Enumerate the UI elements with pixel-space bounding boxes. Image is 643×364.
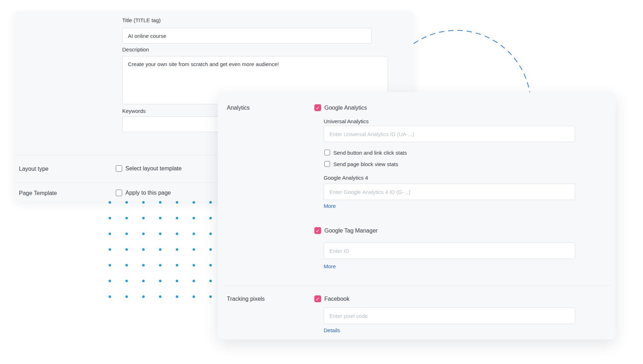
decorative-dot — [209, 248, 212, 251]
decorative-dot — [159, 217, 161, 219]
decorative-dot — [193, 248, 195, 251]
decorative-dot — [176, 217, 178, 219]
facebook-pixel-checkbox[interactable]: ✓ — [314, 295, 321, 302]
decorative-dot — [125, 201, 128, 204]
decorative-dot — [142, 280, 145, 282]
decorative-dot — [159, 233, 161, 235]
decorative-dot — [159, 280, 161, 282]
send-click-stats-checkbox[interactable]: ✓ — [324, 150, 330, 155]
check-icon: ✓ — [316, 228, 320, 233]
google-tag-manager-label: Google Tag Manager — [324, 227, 378, 234]
tracking-pixels-section-label: Tracking pixels — [227, 295, 265, 303]
page-template-label: Page Template — [19, 190, 57, 197]
decorative-dot — [142, 248, 145, 251]
google-analytics-4-input[interactable] — [324, 184, 575, 200]
decorative-dot — [176, 295, 178, 298]
decorative-dot — [209, 217, 212, 219]
decorative-dot — [193, 201, 195, 204]
google-analytics-checkbox[interactable]: ✓ — [314, 104, 321, 111]
decorative-dot — [209, 233, 212, 235]
decorative-dot — [176, 201, 178, 204]
analytics-section-label: Analytics — [227, 104, 250, 111]
facebook-pixel-details-link[interactable]: Details — [324, 327, 340, 334]
google-analytics-label: Google Analytics — [324, 104, 367, 111]
decorative-dot — [109, 201, 111, 204]
apply-to-this-page-checkbox[interactable]: ✓ — [116, 190, 122, 196]
universal-analytics-input[interactable] — [324, 126, 575, 142]
decorative-dot — [176, 248, 178, 251]
decorative-dot — [125, 264, 128, 266]
description-label: Description — [122, 46, 149, 53]
decorative-dot — [193, 217, 195, 219]
decorative-dot — [109, 264, 111, 266]
decorative-dot — [176, 233, 178, 235]
google-analytics-4-label: Google Analytics 4 — [324, 174, 368, 181]
decorative-dot — [193, 295, 195, 298]
facebook-pixel-label: Facebook — [324, 295, 349, 303]
title-input[interactable] — [122, 28, 372, 44]
decorative-dot — [109, 233, 111, 235]
decorative-dot — [209, 201, 212, 204]
decorative-dot — [109, 280, 111, 282]
decorative-dot — [159, 248, 161, 251]
decorative-dot — [193, 264, 195, 266]
decorative-dot — [159, 201, 161, 204]
send-view-stats-checkbox[interactable]: ✓ — [324, 161, 330, 167]
check-icon: ✓ — [316, 105, 320, 110]
analytics-settings-card: Analytics ✓ Google Analytics Universal A… — [218, 92, 615, 339]
google-tag-manager-more-link[interactable]: More — [324, 263, 336, 270]
select-layout-template-label: Select layout template — [125, 165, 181, 172]
google-tag-manager-input[interactable] — [324, 243, 575, 259]
send-click-stats-label: Send button and link click stats — [333, 149, 407, 156]
decorative-dot — [142, 295, 145, 298]
send-view-stats-label: Send page block view stats — [333, 161, 398, 168]
decorative-dot — [109, 248, 111, 251]
decorative-dot — [125, 217, 128, 219]
google-analytics-more-link[interactable]: More — [324, 203, 336, 209]
decorative-dot — [109, 217, 111, 219]
title-label: Title (TITLE tag) — [122, 17, 161, 24]
decorative-dot — [142, 264, 145, 266]
decorative-dot — [159, 295, 161, 298]
decorative-dot — [176, 264, 178, 266]
apply-to-this-page-label: Apply to this page — [125, 189, 171, 196]
decorative-dot — [142, 201, 145, 204]
decorative-dot — [193, 280, 195, 282]
check-icon: ✓ — [316, 296, 320, 301]
decorative-dot — [176, 280, 178, 282]
decorative-dot — [125, 280, 128, 282]
decorative-dot — [159, 264, 161, 266]
decorative-dot — [125, 233, 128, 235]
decorative-dot — [142, 217, 145, 219]
decorative-dot — [193, 233, 195, 235]
select-layout-template-checkbox[interactable]: ✓ — [116, 165, 122, 172]
divider — [223, 285, 610, 286]
google-tag-manager-checkbox[interactable]: ✓ — [314, 227, 321, 234]
decorative-dot — [209, 280, 212, 282]
decorative-dot — [209, 264, 212, 266]
decorative-dot — [125, 248, 128, 251]
keywords-label: Keywords — [122, 108, 146, 114]
decorative-dot — [209, 295, 212, 298]
facebook-pixel-input[interactable] — [324, 308, 575, 324]
decorative-dot — [109, 295, 111, 298]
decorative-dot — [125, 295, 128, 298]
universal-analytics-label: Universal Analytics — [324, 118, 369, 125]
decorative-dot — [142, 233, 145, 235]
layout-type-label: Layout type — [19, 165, 49, 173]
